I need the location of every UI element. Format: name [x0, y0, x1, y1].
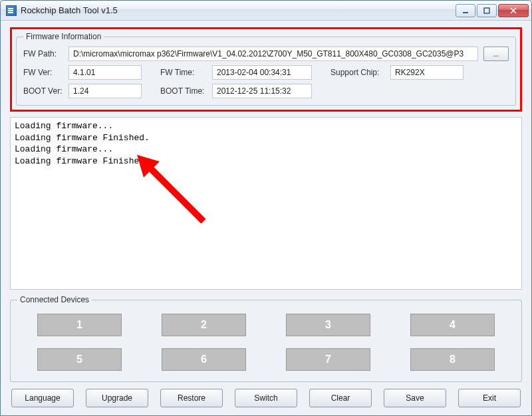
log-output[interactable]: Loading firmware... Loading firmware Fin… — [10, 117, 522, 290]
svg-line-2 — [147, 165, 203, 221]
switch-button[interactable]: Switch — [235, 389, 297, 407]
fw-time-label: FW Time: — [160, 68, 207, 77]
minimize-button[interactable] — [456, 4, 475, 17]
boot-time-label: BOOT Time: — [160, 86, 207, 96]
log-line: Loading firmware... — [15, 120, 517, 132]
devices-group: Connected Devices 1 2 3 4 5 6 7 8 — [10, 295, 522, 382]
svg-rect-0 — [463, 12, 468, 13]
language-button[interactable]: Language — [11, 389, 74, 407]
device-slot-6[interactable]: 6 — [162, 348, 246, 371]
device-slot-1[interactable]: 1 — [37, 314, 122, 336]
fw-ver-label: FW Ver: — [23, 68, 63, 77]
browse-button[interactable]: ... — [483, 47, 509, 61]
maximize-button[interactable] — [477, 4, 497, 17]
firmware-group: Firmware Information FW Path: D:\microma… — [16, 32, 516, 106]
save-button[interactable]: Save — [384, 389, 446, 407]
boot-ver-row: BOOT Ver: 1.24 BOOT Time: 2012-12-25 11:… — [23, 84, 509, 98]
window-controls — [456, 4, 529, 17]
clear-button[interactable]: Clear — [309, 389, 372, 407]
firmware-highlight: Firmware Information FW Path: D:\microma… — [10, 27, 522, 112]
log-line: Loading firmware Finished. — [15, 156, 517, 167]
devices-grid: 1 2 3 4 5 6 7 8 — [17, 310, 515, 375]
fw-ver-row: FW Ver: 4.1.01 FW Time: 2013-02-04 00:34… — [23, 65, 509, 80]
fw-ver-field[interactable]: 4.1.01 — [68, 65, 142, 80]
app-window: Rockchip Batch Tool v1.5 Firmware Inform… — [0, 0, 532, 416]
devices-legend: Connected Devices — [17, 295, 92, 304]
device-slot-3[interactable]: 3 — [286, 314, 370, 336]
boot-ver-label: BOOT Ver: — [23, 86, 63, 96]
restore-button[interactable]: Restore — [160, 389, 223, 407]
window-title: Rockchip Batch Tool v1.5 — [21, 5, 456, 15]
support-chip-label: Support Chip: — [331, 68, 385, 77]
fw-path-row: FW Path: D:\micromax\micromax p362\Firmw… — [23, 47, 509, 61]
titlebar[interactable]: Rockchip Batch Tool v1.5 — [1, 1, 531, 21]
client-area: Firmware Information FW Path: D:\microma… — [1, 21, 531, 415]
svg-rect-1 — [484, 8, 489, 13]
bottom-button-bar: Language Upgrade Restore Switch Clear Sa… — [10, 387, 522, 407]
device-slot-2[interactable]: 2 — [162, 314, 246, 336]
boot-time-field[interactable]: 2012-12-25 11:15:32 — [212, 84, 312, 98]
log-line: Loading firmware... — [15, 144, 517, 156]
device-slot-8[interactable]: 8 — [410, 348, 495, 371]
close-button[interactable] — [498, 4, 529, 17]
boot-ver-field[interactable]: 1.24 — [68, 84, 142, 98]
fw-path-label: FW Path: — [23, 49, 63, 58]
upgrade-button[interactable]: Upgrade — [86, 389, 148, 407]
exit-button[interactable]: Exit — [458, 389, 521, 407]
fw-time-field[interactable]: 2013-02-04 00:34:31 — [212, 65, 312, 80]
log-line: Loading firmware Finished. — [15, 132, 517, 144]
device-slot-7[interactable]: 7 — [286, 348, 370, 371]
app-icon — [6, 5, 17, 16]
device-slot-4[interactable]: 4 — [410, 314, 495, 336]
firmware-legend: Firmware Information — [23, 32, 104, 41]
device-slot-5[interactable]: 5 — [37, 348, 122, 371]
support-chip-field[interactable]: RK292X — [390, 65, 464, 80]
fw-path-field[interactable]: D:\micromax\micromax p362\Firmware\V1_04… — [68, 47, 478, 61]
